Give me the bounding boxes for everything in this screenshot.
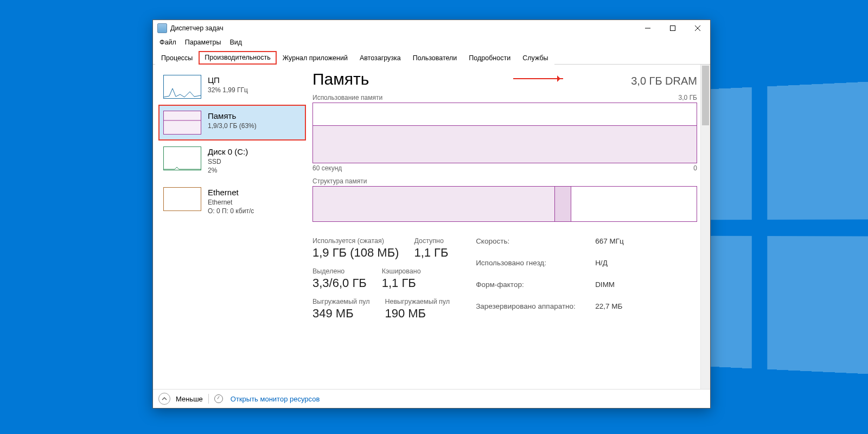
sidebar-item-sub2: 2% [208,166,248,175]
collapse-button[interactable] [158,393,170,405]
sidebar-item-label: Память [208,111,257,122]
titlebar[interactable]: Диспетчер задач [153,20,710,36]
performance-sidebar: ЦП 32% 1,99 ГГц Память 1,9/3,0 ГБ (63%) [153,65,306,389]
memory-total: 3,0 ГБ DRAM [631,75,697,87]
sidebar-item-sub2: О: 0 П: 0 кбит/с [208,207,254,215]
fewer-details-label[interactable]: Меньше [176,395,203,403]
main-panel: Память 3,0 ГБ DRAM Использование памяти … [306,65,710,389]
tab-services[interactable]: Службы [516,52,554,65]
usage-chart-max: 3,0 ГБ [679,94,697,101]
resource-monitor-icon [214,394,223,403]
content-area: ЦП 32% 1,99 ГГц Память 1,9/3,0 ГБ (63%) [153,65,710,389]
memory-stats: Используется (сжатая) 1,9 ГБ (108 МБ) До… [312,237,697,321]
composition-modified [555,187,571,221]
page-title: Память [312,70,369,88]
kv-key: Использовано гнезд: [476,259,595,277]
sidebar-item-memory[interactable]: Память 1,9/3,0 ГБ (63%) [158,105,306,141]
window-title: Диспетчер задач [170,24,224,32]
memory-thumbnail-icon [163,111,201,135]
sidebar-item-sub: 32% 1,99 ГГц [208,86,248,94]
sidebar-item-label: ЦП [208,75,248,86]
axis-right: 0 [693,164,697,172]
composition-used [313,187,555,221]
memory-composition-chart[interactable] [312,186,697,222]
svg-rect-1 [671,26,675,31]
window-controls [635,20,710,36]
memory-usage-chart[interactable] [312,103,697,163]
disk-thumbnail-icon [163,146,201,170]
stat-label: Невыгружаемый пул [385,298,450,305]
usage-chart-label: Использование памяти [312,94,382,101]
sidebar-item-label: Ethernet [208,187,254,198]
minimize-button[interactable] [635,20,660,36]
network-thumbnail-icon [163,187,201,211]
memory-details: Скорость:667 МГц Использовано гнезд:Н/Д … [476,237,624,321]
stat-value-paged-pool: 349 МБ [312,307,369,321]
composition-label: Структура памяти [312,177,367,185]
menu-options[interactable]: Параметры [182,37,225,47]
footer: Меньше Открыть монитор ресурсов [153,389,710,408]
kv-value-reserved: 22,7 МБ [595,302,624,321]
stat-value-cached: 1,1 ГБ [382,276,421,290]
kv-value-form: DIMM [595,280,624,299]
stat-value-nonpaged-pool: 190 МБ [385,307,450,321]
maximize-button[interactable] [660,20,685,36]
kv-key: Скорость: [476,237,595,256]
sidebar-item-sub: Ethernet [208,198,254,207]
stat-label: Используется (сжатая) [312,237,399,245]
menubar: Файл Параметры Вид [153,36,710,50]
close-button[interactable] [685,20,710,36]
sidebar-item-label: Диск 0 (C:) [208,146,248,157]
menu-view[interactable]: Вид [226,37,245,47]
tab-processes[interactable]: Процессы [155,52,199,65]
stat-label: Доступно [414,237,448,245]
separator [208,394,209,404]
kv-key: Зарезервировано аппаратно: [476,302,595,321]
stat-label: Выделено [312,267,367,275]
annotation-arrow-icon [513,78,563,79]
sidebar-item-ethernet[interactable]: Ethernet Ethernet О: 0 П: 0 кбит/с [158,181,306,222]
tab-app-history[interactable]: Журнал приложений [277,52,354,65]
axis-left: 60 секунд [312,164,342,172]
tab-users[interactable]: Пользователи [407,52,463,65]
tab-performance[interactable]: Производительность [199,51,276,65]
sidebar-item-sub: SSD [208,157,248,166]
scrollbar-thumb[interactable] [702,66,709,125]
kv-value-slots: Н/Д [595,259,624,277]
sidebar-item-sub: 1,9/3,0 ГБ (63%) [208,122,257,130]
kv-key: Форм-фактор: [476,280,595,299]
task-manager-window: Диспетчер задач Файл Параметры Вид Проце… [152,20,711,409]
kv-value-speed: 667 МГц [595,237,624,256]
tab-details[interactable]: Подробности [463,52,516,65]
cpu-thumbnail-icon [163,75,201,99]
stat-value-in-use: 1,9 ГБ (108 МБ) [312,246,399,260]
scrollbar[interactable] [700,65,710,389]
menu-file[interactable]: Файл [156,37,180,47]
composition-free [571,187,697,221]
stat-label: Выгружаемый пул [312,298,369,305]
open-resource-monitor-link[interactable]: Открыть монитор ресурсов [231,395,320,403]
stat-value-available: 1,1 ГБ [414,246,448,260]
tab-startup[interactable]: Автозагрузка [354,52,407,65]
stat-label: Кэшировано [382,267,421,275]
stat-value-committed: 3,3/6,0 ГБ [312,276,367,290]
app-icon [157,23,167,33]
tabs: Процессы Производительность Журнал прило… [153,50,710,65]
sidebar-item-cpu[interactable]: ЦП 32% 1,99 ГГц [158,69,306,105]
sidebar-item-disk[interactable]: Диск 0 (C:) SSD 2% [158,141,306,181]
